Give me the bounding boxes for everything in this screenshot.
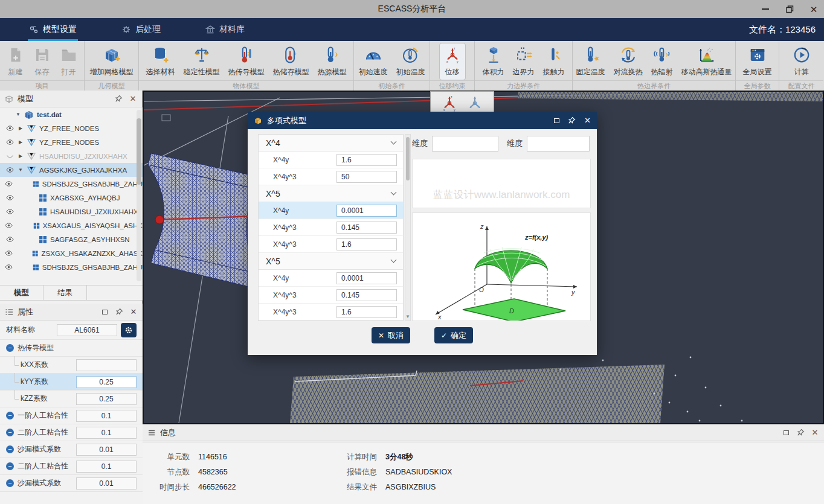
initial-temperature-button[interactable]: 初始温度 bbox=[393, 43, 429, 80]
tree-item[interactable]: SDHSBJZS_GHSABJHB_ZAHU bbox=[0, 177, 143, 191]
property-input[interactable] bbox=[76, 427, 137, 439]
tab-material-library[interactable]: 材料库 bbox=[190, 18, 260, 41]
tab-model[interactable]: 模型 bbox=[0, 285, 43, 300]
property-input[interactable] bbox=[76, 461, 137, 473]
boundary-force-button[interactable]: 边界力 bbox=[509, 43, 538, 80]
visibility-eye-icon[interactable] bbox=[5, 194, 14, 202]
heat-conduction-model-button[interactable]: 热传导模型 bbox=[225, 43, 268, 80]
caret-right-icon[interactable]: ▶ bbox=[18, 153, 24, 159]
caret-right-icon[interactable]: ▶ bbox=[18, 126, 24, 131]
section-row-heat-conduction[interactable]: − 热传导模型 bbox=[0, 340, 143, 357]
kzz-input[interactable] bbox=[76, 393, 137, 405]
tree-item[interactable]: ▶ YZ_FREE_NODES bbox=[0, 121, 143, 135]
tree-item[interactable]: ZSXGX_HSAKAZNZXK_AHASX bbox=[0, 246, 143, 260]
close-icon[interactable]: ✕ bbox=[811, 429, 819, 437]
dialog-scroll-thumb[interactable] bbox=[406, 137, 410, 180]
initial-velocity-button[interactable]: 初始速度 bbox=[355, 43, 391, 80]
term-value-input[interactable] bbox=[336, 289, 397, 301]
restore-button[interactable] bbox=[784, 4, 795, 14]
term-value-input[interactable] bbox=[336, 222, 397, 234]
visibility-eye-icon[interactable] bbox=[5, 138, 14, 146]
visibility-eye-icon[interactable] bbox=[5, 235, 14, 243]
tree-scrollbar[interactable] bbox=[137, 110, 141, 281]
minimize-button[interactable] bbox=[760, 4, 771, 14]
visibility-eye-icon[interactable] bbox=[5, 180, 13, 188]
scroll-down-arrow[interactable]: ▼ bbox=[405, 314, 410, 319]
tab-post-processing[interactable]: 后处理 bbox=[106, 18, 176, 41]
add-mesh-model-button[interactable]: 增加网格模型 bbox=[86, 43, 137, 80]
visibility-eye-icon[interactable] bbox=[5, 222, 13, 229]
displacement-blue-triad-icon[interactable] bbox=[466, 94, 484, 112]
collapse-icon[interactable]: − bbox=[6, 445, 14, 453]
cancel-button[interactable]: ✕ 取消 bbox=[372, 327, 410, 343]
displacement-red-triad-icon[interactable]: zxy bbox=[440, 94, 459, 112]
tab-model-setup[interactable]: 模型设置 bbox=[13, 18, 92, 41]
caret-down-icon[interactable]: ▼ bbox=[15, 112, 21, 117]
pin-icon[interactable] bbox=[796, 429, 805, 437]
caret-down-icon[interactable]: ▼ bbox=[18, 167, 24, 173]
fixed-temperature-button[interactable]: 固定温度 bbox=[573, 43, 609, 80]
close-icon[interactable]: ✕ bbox=[129, 95, 137, 103]
dialog-list-scrollbar[interactable]: ▼ bbox=[405, 134, 411, 321]
term-value-input[interactable] bbox=[336, 154, 397, 166]
visibility-eye-closed-icon[interactable] bbox=[5, 152, 14, 160]
tree-item[interactable]: XAGBSXG_AYHAQBJ bbox=[0, 191, 143, 205]
material-name-input[interactable] bbox=[57, 324, 117, 336]
dimension-input-1[interactable] bbox=[432, 136, 498, 152]
tree-item-selected[interactable]: ▼ AGSGKJKG_GJHXAJKHXA bbox=[0, 163, 143, 177]
tree-scroll-thumb[interactable] bbox=[137, 118, 141, 185]
convection-button[interactable]: 对流换热 bbox=[610, 43, 646, 80]
heat-source-model-button[interactable]: 热源模型 bbox=[314, 43, 350, 80]
stability-model-button[interactable]: 稳定性模型 bbox=[180, 43, 224, 80]
term-value-input[interactable] bbox=[336, 238, 397, 250]
open-button[interactable]: 打开 bbox=[56, 43, 82, 80]
select-material-button[interactable]: 选择材料 bbox=[143, 43, 179, 80]
collapse-icon[interactable]: − bbox=[6, 429, 14, 436]
term-section[interactable]: X^4 bbox=[259, 135, 403, 152]
body-force-button[interactable]: 体积力 bbox=[479, 43, 508, 80]
tree-item[interactable]: SDHSBJZS_GHSABJHB_ZAHU bbox=[0, 260, 143, 274]
close-button[interactable]: ✕ bbox=[808, 4, 819, 14]
tree-item[interactable]: HSAUHDISU_JZXIUXHAHX bbox=[0, 205, 143, 219]
tree-item[interactable]: XSAXGAUS_AISYAQSH_ASHX bbox=[0, 219, 143, 232]
term-value-input[interactable] bbox=[336, 306, 397, 318]
caret-right-icon[interactable]: ▶ bbox=[18, 139, 24, 145]
term-value-input[interactable] bbox=[336, 272, 397, 284]
maximize-icon[interactable] bbox=[782, 429, 790, 437]
visibility-eye-icon[interactable] bbox=[5, 249, 13, 257]
thermal-radiation-button[interactable]: 热辐射 bbox=[648, 43, 677, 80]
maximize-icon[interactable] bbox=[100, 308, 109, 316]
pin-icon[interactable] bbox=[115, 308, 123, 316]
property-input[interactable] bbox=[76, 444, 137, 456]
dialog-pin-icon[interactable] bbox=[568, 116, 576, 124]
term-value-input[interactable] bbox=[336, 205, 397, 217]
pin-icon[interactable] bbox=[114, 95, 123, 103]
term-value-input[interactable] bbox=[336, 171, 397, 183]
visibility-eye-icon[interactable] bbox=[5, 124, 14, 132]
tree-item[interactable]: SAGFASGZ_ASYHHXSN bbox=[0, 232, 143, 246]
dialog-maximize-icon[interactable] bbox=[554, 118, 559, 123]
close-icon[interactable]: ✕ bbox=[129, 308, 138, 316]
compute-button[interactable]: 计算 bbox=[789, 43, 814, 80]
tree-root-row[interactable]: ▼ test.dat bbox=[0, 107, 143, 121]
heat-storage-model-button[interactable]: 热储存模型 bbox=[269, 43, 313, 80]
tree-item-hidden[interactable]: ▶ HSAUHDISU_JZXIUXHAHX bbox=[0, 149, 143, 163]
kyy-input[interactable] bbox=[76, 376, 137, 388]
new-button[interactable]: 新建 bbox=[3, 43, 28, 80]
visibility-eye-icon[interactable] bbox=[5, 166, 14, 174]
moving-gauss-heat-flux-button[interactable]: 移动高斯热通量 bbox=[678, 43, 736, 80]
collapse-icon[interactable]: − bbox=[6, 344, 14, 352]
global-settings-button[interactable]: 全局设置 bbox=[739, 43, 776, 80]
dimension-input-2[interactable] bbox=[527, 136, 590, 152]
tree-item[interactable]: ▶ YZ_FREE_NODES bbox=[0, 135, 143, 149]
material-settings-button[interactable] bbox=[121, 323, 137, 337]
visibility-eye-icon[interactable] bbox=[5, 263, 13, 271]
term-section[interactable]: X^5 bbox=[259, 185, 403, 202]
dialog-close-icon[interactable]: ✕ bbox=[584, 116, 591, 124]
property-input[interactable] bbox=[76, 477, 137, 490]
contact-force-button[interactable]: 接触力 bbox=[539, 43, 568, 80]
term-section[interactable]: X^5 bbox=[259, 253, 403, 270]
save-button[interactable]: 保存 bbox=[30, 43, 55, 80]
dialog-header[interactable]: 多项式模型 ✕ bbox=[248, 112, 597, 129]
property-input[interactable] bbox=[76, 410, 137, 422]
